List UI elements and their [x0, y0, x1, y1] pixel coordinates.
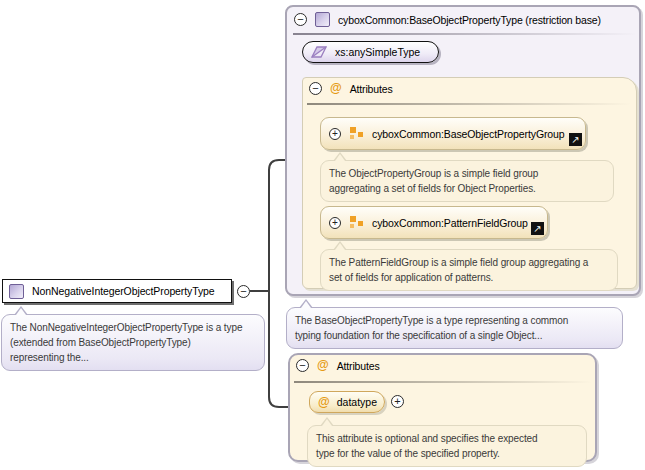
header-divider — [293, 33, 637, 35]
base-type-panel-header: − cyboxCommon:BaseObjectPropertyType (re… — [294, 12, 601, 27]
attribute-at-icon: @ — [330, 82, 342, 95]
attributes-title: Attributes — [350, 83, 393, 95]
base-type-description: The BaseObjectPropertyType is a type rep… — [286, 307, 623, 349]
open-link-icon[interactable]: ↗ — [569, 133, 582, 146]
complex-type-icon — [315, 12, 330, 27]
arrow-icon: ↗ — [533, 224, 541, 234]
base-type-panel: − cyboxCommon:BaseObjectPropertyType (re… — [285, 5, 641, 296]
attribute-group-icon — [350, 127, 363, 140]
attributes-header: − @ Attributes — [309, 82, 393, 95]
group-label: cyboxCommon:BaseObjectPropertyGroup — [372, 128, 565, 140]
attribute-at-icon: @ — [318, 396, 330, 409]
collapse-icon: − — [312, 84, 318, 93]
collapse-icon: − — [240, 287, 246, 296]
capsule-any-simple-type[interactable]: xs:anySimpleType — [302, 41, 439, 63]
attribute-group-icon — [350, 216, 363, 229]
expand-toggle-group[interactable]: + — [329, 217, 341, 229]
node-label: NonNegativeIntegerObjectPropertyType — [32, 285, 215, 297]
complex-type-icon — [9, 284, 24, 299]
collapse-toggle-base-panel[interactable]: − — [294, 13, 307, 26]
expand-icon: + — [332, 218, 338, 227]
header-divider — [307, 103, 631, 105]
expand-toggle-group[interactable]: + — [329, 128, 341, 140]
collapse-toggle-attributes[interactable]: − — [309, 82, 322, 95]
header-divider — [294, 381, 592, 383]
schema-diagram: NonNegativeIntegerObjectPropertyType − T… — [0, 0, 645, 470]
collapse-icon: − — [297, 15, 303, 24]
collapse-toggle-left-node[interactable]: − — [237, 285, 250, 298]
arrow-icon: ↗ — [571, 135, 579, 145]
collapse-toggle-attributes[interactable]: − — [296, 359, 309, 372]
group-pattern-field-group[interactable]: + cyboxCommon:PatternFieldGroup ↗ — [320, 206, 548, 239]
expand-toggle-datatype[interactable]: + — [391, 395, 404, 408]
expand-icon: + — [394, 397, 400, 406]
group-label: cyboxCommon:PatternFieldGroup — [372, 217, 528, 229]
group-description: The PatternFieldGroup is a simple field … — [320, 249, 618, 291]
node-nonnegativeinteger-type[interactable]: NonNegativeIntegerObjectPropertyType — [2, 279, 232, 303]
attribute-datatype[interactable]: @ datatype — [309, 391, 385, 413]
attribute-at-icon: @ — [317, 359, 329, 372]
attribute-name: datatype — [337, 396, 377, 408]
base-type-title: cyboxCommon:BaseObjectPropertyType (rest… — [338, 14, 601, 26]
attributes-header: − @ Attributes — [296, 359, 380, 372]
expand-icon: + — [332, 129, 338, 138]
open-link-icon[interactable]: ↗ — [531, 222, 544, 235]
group-description: The ObjectPropertyGroup is a simple fiel… — [320, 160, 614, 202]
collapse-icon: − — [299, 361, 305, 370]
base-attributes-section: − @ Attributes + cyboxCommon:BaseObjectP… — [302, 77, 637, 289]
simple-type-label: xs:anySimpleType — [335, 46, 420, 58]
attributes-title: Attributes — [337, 360, 380, 372]
own-attributes-panel: − @ Attributes @ datatype + This attribu… — [288, 353, 597, 462]
group-base-object-property-group[interactable]: + cyboxCommon:BaseObjectPropertyGroup ↗ — [320, 117, 586, 150]
simple-type-icon — [311, 44, 327, 60]
attribute-description: This attribute is optional and specifies… — [307, 425, 587, 467]
left-node-description: The NonNegativeIntegerObjectPropertyType… — [1, 314, 265, 371]
